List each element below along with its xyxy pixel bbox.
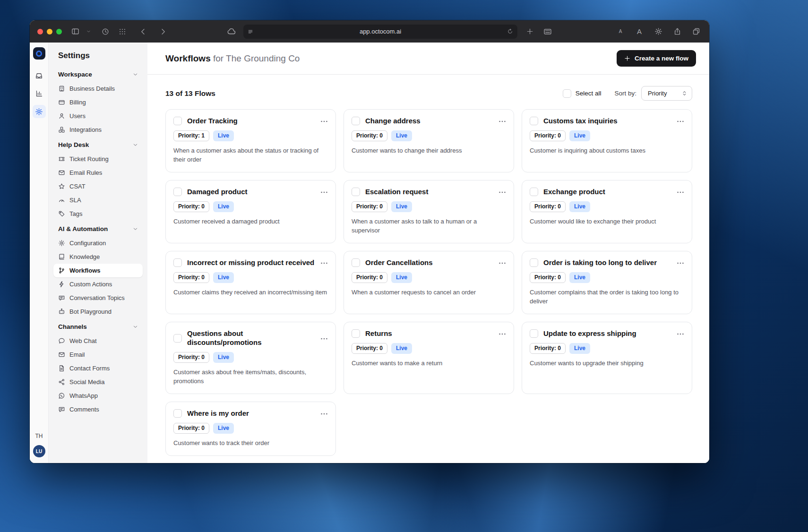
rail-initials[interactable]: TH bbox=[35, 433, 43, 439]
more-options-icon[interactable] bbox=[499, 258, 506, 267]
more-options-icon[interactable] bbox=[320, 409, 328, 418]
workflow-card-returns[interactable]: ReturnsPriority: 0LiveCustomer wants to … bbox=[344, 322, 514, 394]
sidebar-item-social-media[interactable]: Social Media bbox=[53, 375, 143, 389]
sidebar-item-conversation-topics[interactable]: Conversation Topics bbox=[53, 291, 143, 305]
sidebar-item-bot-playground[interactable]: Bot Playground bbox=[53, 305, 143, 318]
workflow-card-where-is-my-order[interactable]: Where is my orderPriority: 0LiveCustomer… bbox=[165, 402, 336, 456]
workflow-card-escalation-request[interactable]: Escalation requestPriority: 0LiveWhen a … bbox=[344, 180, 514, 243]
sidebar-item-configuration[interactable]: Configuration bbox=[53, 236, 143, 250]
more-options-icon[interactable] bbox=[499, 329, 506, 338]
sidebar-item-integrations[interactable]: Integrations bbox=[53, 123, 143, 137]
browser-titlebar[interactable]: app.octocom.ai A A bbox=[30, 20, 709, 43]
workflow-card-questions-about-discounts-promotions[interactable]: Questions about discounts/promotionsPrio… bbox=[165, 322, 336, 394]
workflow-card-exchange-product[interactable]: Exchange productPriority: 0LiveCustomer … bbox=[522, 180, 692, 243]
page-title: Workflows for The Grounding Co bbox=[165, 53, 300, 64]
back-icon[interactable] bbox=[138, 26, 149, 38]
close-window-button[interactable] bbox=[37, 29, 43, 34]
user-avatar[interactable]: LU bbox=[33, 445, 45, 457]
sidebar-item-business-details[interactable]: Business Details bbox=[53, 82, 143, 95]
more-options-icon[interactable] bbox=[320, 188, 328, 196]
card-checkbox[interactable] bbox=[173, 117, 182, 125]
inbox-icon[interactable] bbox=[33, 69, 46, 82]
create-new-flow-button[interactable]: Create a new flow bbox=[617, 50, 696, 67]
sidebar-item-billing[interactable]: Billing bbox=[53, 95, 143, 109]
workflow-card-order-is-taking-too-long-to-deliver[interactable]: Order is taking too long to deliverPrior… bbox=[522, 251, 692, 314]
sidebar-section-header-workspace[interactable]: Workspace bbox=[53, 67, 143, 82]
card-checkbox[interactable] bbox=[173, 188, 182, 196]
sidebar-item-whatsapp[interactable]: WhatsApp bbox=[53, 389, 143, 403]
sidebar-item-comments[interactable]: Comments bbox=[53, 403, 143, 416]
more-options-icon[interactable] bbox=[677, 258, 684, 267]
more-options-icon[interactable] bbox=[499, 117, 506, 125]
more-options-icon[interactable] bbox=[320, 117, 328, 125]
decrease-text-size-icon[interactable]: A bbox=[615, 26, 626, 38]
browser-settings-gear-icon[interactable] bbox=[653, 26, 664, 38]
select-all-checkbox[interactable] bbox=[563, 89, 571, 98]
zoom-window-button[interactable] bbox=[56, 29, 62, 34]
settings-gear-icon[interactable] bbox=[33, 105, 46, 118]
card-checkbox[interactable] bbox=[173, 258, 182, 267]
chevron-down-icon[interactable] bbox=[83, 26, 94, 38]
minimize-window-button[interactable] bbox=[47, 29, 52, 34]
app-icon-rail: TH LU bbox=[30, 43, 49, 463]
more-options-icon[interactable] bbox=[320, 258, 328, 267]
more-options-icon[interactable] bbox=[677, 117, 684, 125]
workflow-card-incorrect-or-missing-product-received[interactable]: Incorrect or missing product receivedPri… bbox=[165, 251, 336, 314]
sidebar-section-header-ai-automation[interactable]: AI & Automation bbox=[53, 222, 143, 236]
card-checkbox[interactable] bbox=[352, 117, 360, 125]
workflow-card-customs-tax-inquiries[interactable]: Customs tax inquiriesPriority: 0LiveCust… bbox=[522, 109, 692, 172]
sidebar-item-email-rules[interactable]: Email Rules bbox=[53, 166, 143, 180]
new-tab-icon[interactable] bbox=[524, 26, 535, 38]
history-clock-icon[interactable] bbox=[100, 26, 111, 38]
card-checkbox[interactable] bbox=[530, 329, 538, 338]
refresh-icon[interactable] bbox=[507, 28, 513, 34]
sidebar-item-workflows[interactable]: Workflows bbox=[53, 264, 143, 277]
sidebar-item-users[interactable]: Users bbox=[53, 109, 143, 123]
sidebar-item-csat[interactable]: CSAT bbox=[53, 180, 143, 193]
sidebar-item-ticket-routing[interactable]: Ticket Routing bbox=[53, 152, 143, 166]
url-text: app.octocom.ai bbox=[360, 28, 401, 35]
more-options-icon[interactable] bbox=[320, 334, 328, 343]
workflow-card-update-to-express-shipping[interactable]: Update to express shippingPriority: 0Liv… bbox=[522, 322, 692, 394]
card-checkbox[interactable] bbox=[352, 258, 360, 267]
card-title: Returns bbox=[365, 329, 493, 338]
octocom-logo[interactable] bbox=[33, 47, 45, 60]
sidebar-section-header-help-desk[interactable]: Help Desk bbox=[53, 137, 143, 152]
reader-icon[interactable] bbox=[248, 29, 253, 34]
sidebar-item-contact-forms[interactable]: Contact Forms bbox=[53, 361, 143, 375]
copy-tabs-icon[interactable] bbox=[690, 26, 702, 38]
card-checkbox[interactable] bbox=[173, 334, 182, 343]
workflow-card-change-address[interactable]: Change addressPriority: 0LiveCustomer wa… bbox=[344, 109, 514, 172]
sidebar-item-custom-actions[interactable]: Custom Actions bbox=[53, 277, 143, 291]
sidebar-item-web-chat[interactable]: Web Chat bbox=[53, 334, 143, 348]
card-checkbox[interactable] bbox=[530, 188, 538, 196]
sidebar-section-header-channels[interactable]: Channels bbox=[53, 319, 143, 334]
card-checkbox[interactable] bbox=[530, 117, 538, 125]
sidebar-item-tags[interactable]: Tags bbox=[53, 207, 143, 221]
sidebar-item-knowledge[interactable]: Knowledge bbox=[53, 250, 143, 264]
more-options-icon[interactable] bbox=[677, 329, 684, 338]
workflow-card-damaged-product[interactable]: Damaged productPriority: 0LiveCustomer r… bbox=[165, 180, 336, 243]
forward-icon[interactable] bbox=[157, 26, 169, 38]
app-grid-icon[interactable] bbox=[117, 26, 128, 38]
analytics-bar-chart-icon[interactable] bbox=[33, 87, 46, 100]
more-options-icon[interactable] bbox=[499, 188, 506, 196]
address-bar[interactable]: app.octocom.ai bbox=[243, 25, 517, 39]
keyboard-icon[interactable] bbox=[542, 26, 553, 38]
sort-select[interactable]: Priority bbox=[641, 86, 692, 101]
sidebar-item-sla[interactable]: SLA bbox=[53, 193, 143, 207]
workflow-card-order-tracking[interactable]: Order TrackingPriority: 1LiveWhen a cust… bbox=[165, 109, 336, 172]
more-options-icon[interactable] bbox=[677, 188, 684, 196]
share-icon[interactable] bbox=[671, 26, 683, 38]
sidebar-toggle-icon[interactable] bbox=[69, 26, 81, 38]
card-checkbox[interactable] bbox=[530, 258, 538, 267]
select-all[interactable]: Select all bbox=[563, 89, 602, 98]
increase-text-size-icon[interactable]: A bbox=[634, 26, 645, 38]
cloud-icon[interactable] bbox=[225, 26, 237, 38]
card-checkbox[interactable] bbox=[352, 329, 360, 338]
card-title: Order Tracking bbox=[187, 117, 315, 126]
card-checkbox[interactable] bbox=[352, 188, 360, 196]
card-checkbox[interactable] bbox=[173, 409, 182, 418]
workflow-card-order-cancellations[interactable]: Order CancellationsPriority: 0LiveWhen a… bbox=[344, 251, 514, 314]
sidebar-item-email[interactable]: Email bbox=[53, 348, 143, 361]
